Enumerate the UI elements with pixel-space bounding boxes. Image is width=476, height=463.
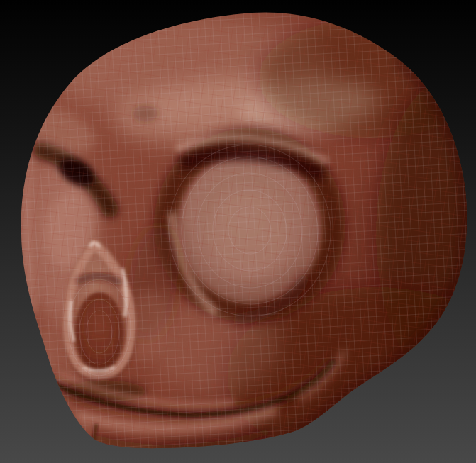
viewport-render — [0, 0, 476, 463]
sculpt-viewport-canvas[interactable] — [0, 0, 476, 463]
